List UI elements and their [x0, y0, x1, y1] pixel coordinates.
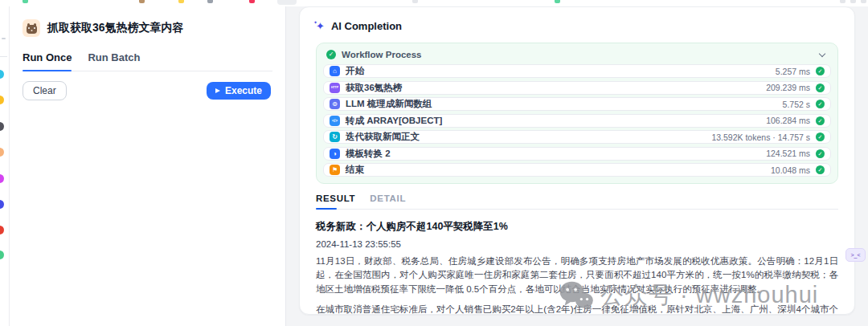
sidebar-collapse-handle[interactable] [2, 38, 6, 39]
workflow-step-row[interactable]: ⌂开始5.257 ms✓ [323, 64, 831, 78]
step-duration: 10.048 ms [771, 165, 810, 175]
active-tab-underline [23, 70, 72, 72]
sidebar-app-icon[interactable] [0, 148, 4, 157]
page: 抓取获取36氪热榜文章内容 Run Once Run Batch Clear E… [0, 0, 868, 326]
sidebar-app-icon[interactable] [0, 174, 4, 183]
top-icon-fragment [840, 0, 845, 3]
workflow-step-row[interactable]: HTTP获取36氪热榜209.239 ms✓ [323, 81, 831, 95]
top-tab-fragment [277, 0, 297, 5]
step-label: 模板转换 2 [346, 148, 760, 160]
chevron-down-icon [819, 50, 825, 56]
sidebar-app-icon[interactable] [0, 200, 4, 209]
step-success-icon: ✓ [816, 84, 825, 92]
workflow-step-row[interactable]: ◑模板转换 2124.521 ms✓ [323, 147, 831, 161]
sidebar-app-icon[interactable] [0, 226, 4, 234]
step-duration: 106.284 ms [766, 116, 810, 125]
console-badge[interactable]: >_< [845, 248, 866, 262]
article-paragraph: 在城市取消普通住宅标准后，对个人销售已购买2年以上(含2年)住房一律免征增值税，… [316, 303, 838, 315]
article-title: 税务新政：个人购房不超140平契税降至1% [316, 220, 838, 234]
workflow-step-row[interactable]: ↻迭代获取新闻正文13.592K tokens · 14.757 s✓ [323, 130, 831, 144]
step-success-icon: ✓ [816, 165, 825, 174]
workflow-step-row[interactable]: ⚑结束10.048 ms✓ [323, 163, 831, 177]
result-detail-tabs: RESULT DETAIL [316, 194, 838, 210]
sidebar-divider [0, 56, 7, 57]
top-icon-fragment [850, 0, 856, 3]
step-duration: 124.521 ms [766, 149, 810, 158]
sparkle-icon: ✦✦ [316, 21, 325, 31]
sidebar-app-icon[interactable] [0, 96, 4, 104]
article-paragraph: 11月13日，财政部、税务总局、住房城乡建设部发布公告，明确多项支持房地产市场发… [316, 255, 838, 297]
top-icon-fragment [555, 0, 560, 3]
top-icon-fragment [207, 0, 213, 3]
top-icon-fragment [249, 0, 255, 3]
step-success-icon: ✓ [816, 100, 825, 108]
step-duration: 13.592K tokens · 14.757 s [711, 132, 810, 142]
step-success-icon: ✓ [816, 67, 825, 75]
app-icon [23, 19, 40, 37]
step-success-icon: ✓ [816, 116, 825, 125]
ai-completion-card: ✦✦ AI Completion ✓ Workflow Process ⌂开始5… [299, 6, 855, 315]
sidebar-app-icon[interactable] [0, 251, 4, 259]
iteration-node-icon: ↻ [330, 132, 340, 142]
sidebar-app-icon[interactable] [0, 122, 4, 131]
end-node-icon: ⚑ [330, 165, 340, 175]
success-check-icon: ✓ [326, 50, 336, 59]
http-node-icon: HTTP [330, 83, 340, 93]
step-duration: 209.239 ms [766, 83, 810, 92]
template-node-icon: ◑ [330, 149, 340, 159]
workflow-step-row[interactable]: ⊙LLM 梳理成新闻数组5.752 s✓ [323, 97, 831, 111]
workflow-process-box: ✓ Workflow Process ⌂开始5.257 ms✓HTTP获取36氪… [316, 43, 838, 184]
top-icon-fragment [412, 0, 418, 3]
workflow-steps-list: ⌂开始5.257 ms✓HTTP获取36氪热榜209.239 ms✓⊙LLM 梳… [323, 64, 831, 177]
step-label: 获取36氪热榜 [346, 82, 760, 94]
robot-face-icon [27, 25, 37, 34]
tab-run-batch[interactable]: Run Batch [88, 51, 140, 71]
top-icon-fragment [861, 0, 866, 3]
sidebar-app-icon[interactable] [0, 70, 4, 79]
step-success-icon: ✓ [816, 132, 825, 141]
clear-button[interactable]: Clear [23, 81, 67, 100]
step-success-icon: ✓ [816, 149, 825, 158]
run-panel: 抓取获取36氪热榜文章内容 Run Once Run Batch Clear E… [10, 0, 286, 326]
step-label: 转成 ARRAY[OBJECT] [346, 115, 760, 127]
play-icon [215, 88, 220, 93]
tab-result[interactable]: RESULT [316, 194, 355, 209]
ai-completion-title: AI Completion [331, 20, 402, 32]
code-node-icon: </> [330, 116, 340, 126]
workflow-process-label: Workflow Process [342, 50, 814, 59]
article-body: 11月13日，财政部、税务总局、住房城乡建设部发布公告，明确多项支持房地产市场发… [316, 255, 838, 316]
step-label: 结束 [346, 164, 765, 176]
step-label: 迭代获取新闻正文 [346, 131, 706, 143]
mini-sidebar [0, 0, 10, 326]
tab-detail[interactable]: DETAIL [370, 194, 406, 209]
app-title: 抓取获取36氪热榜文章内容 [47, 21, 184, 35]
result-tab-underline [316, 208, 337, 210]
workflow-step-row[interactable]: </>转成 ARRAY[OBJECT]106.284 ms✓ [323, 114, 831, 128]
top-icon-fragment [139, 0, 145, 3]
start-node-icon: ⌂ [330, 66, 340, 76]
app-header: 抓取获取36氪热榜文章内容 [23, 19, 285, 37]
top-icon-fragment [23, 0, 28, 3]
tab-run-once[interactable]: Run Once [23, 51, 72, 71]
run-tabs: Run Once Run Batch [23, 51, 272, 71]
workflow-process-toggle[interactable]: ✓ Workflow Process [323, 48, 831, 64]
execute-button[interactable]: Execute [207, 82, 271, 100]
step-label: LLM 梳理成新闻数组 [346, 98, 777, 110]
ai-completion-header: ✦✦ AI Completion [316, 20, 838, 32]
step-duration: 5.752 s [783, 100, 810, 109]
top-icon-fragment [178, 0, 184, 3]
step-label: 开始 [346, 65, 770, 77]
article-date: 2024-11-13 23:55:55 [316, 239, 838, 249]
llm-node-icon: ⊙ [330, 99, 340, 109]
run-actions: Clear Execute [23, 81, 271, 100]
top-strip [0, 0, 868, 6]
step-duration: 5.257 ms [776, 67, 810, 76]
